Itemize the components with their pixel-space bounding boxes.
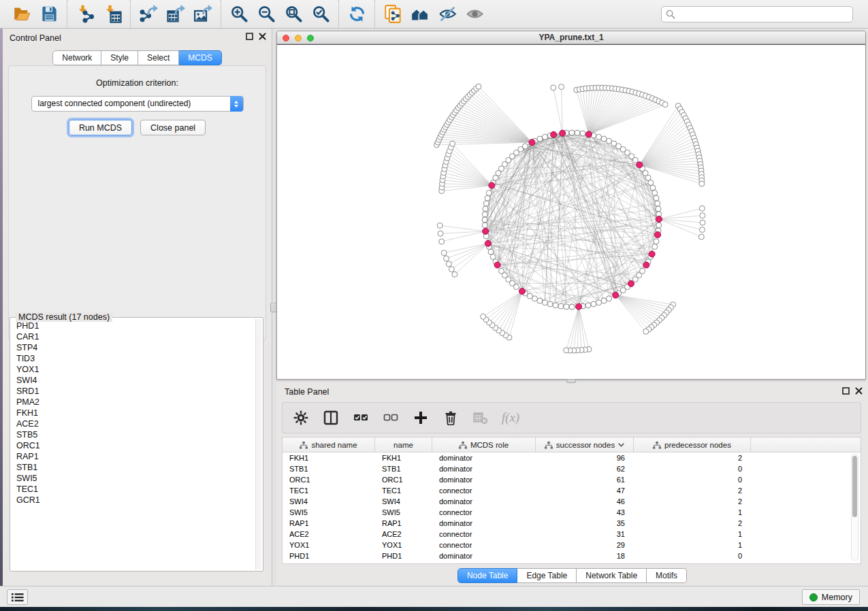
mcds-hub-node-selected[interactable] [485,240,491,246]
cell-shared-name[interactable]: FKH1 [283,454,375,462]
mcds-hub-node-selected[interactable] [649,251,655,257]
cell-predecessor-nodes[interactable]: 0 [634,476,751,484]
cell-predecessor-nodes[interactable]: 1 [634,508,751,516]
mcds-result-item[interactable]: PMA2 [12,397,255,408]
cell-successor-nodes[interactable]: 96 [536,454,634,462]
column-header-name[interactable]: name [375,437,432,452]
satellite-node[interactable] [698,234,704,240]
mcds-hub-node-selected[interactable] [519,288,525,295]
cell-shared-name[interactable]: TEC1 [283,486,375,495]
network-node[interactable] [654,239,659,244]
new-network-from-selection-button[interactable] [379,3,406,26]
table-row[interactable]: YOX1YOX1connector291 [283,540,861,550]
cell-shared-name[interactable]: ACE2 [283,530,375,538]
cell-MCDS-role[interactable]: connector [432,508,536,516]
table-scrollbar[interactable] [851,454,858,561]
memory-button[interactable]: Memory [802,589,860,605]
open-session-button[interactable] [8,3,35,26]
network-node[interactable] [564,304,569,310]
network-node[interactable] [596,300,602,306]
mcds-hub-node-selected[interactable] [529,139,535,146]
network-node[interactable] [591,301,596,307]
cell-MCDS-role[interactable]: dominator [432,497,536,506]
cell-MCDS-role[interactable]: dominator [432,476,536,484]
network-node[interactable] [482,222,487,228]
satellite-node[interactable] [444,256,449,261]
deselect-all-rows-button[interactable] [382,409,400,427]
cell-name[interactable]: ACE2 [375,530,432,538]
table-row[interactable]: RAP1RAP1dominator352 [283,518,861,529]
mcds-hub-node-selected[interactable] [585,131,592,137]
cell-successor-nodes[interactable]: 31 [536,530,634,538]
table-row[interactable]: SWI4SWI4dominator462 [283,496,861,507]
mcds-result-list[interactable]: PHD1CAR1STP4TID3YOX1SWI4SRD1PMA2FKH1ACE2… [12,320,255,569]
cell-predecessor-nodes[interactable]: 2 [634,486,751,495]
tab-network[interactable]: Network [52,50,101,65]
mcds-result-item[interactable]: SWI5 [12,473,255,484]
column-header-predecessor-nodes[interactable]: predecessor nodes [634,437,751,452]
mcds-result-item[interactable]: YOX1 [12,364,255,375]
network-node[interactable] [656,222,662,228]
window-close-traffic-light[interactable] [283,35,289,42]
cell-name[interactable]: PHD1 [375,552,432,560]
satellite-node[interactable] [439,239,445,244]
import-table-button[interactable] [99,3,126,26]
network-node[interactable] [601,298,607,303]
cell-MCDS-role[interactable]: connector [432,530,536,538]
tab-edge-table[interactable]: Edge Table [517,568,577,583]
cell-shared-name[interactable]: STB1 [283,465,375,473]
cell-successor-nodes[interactable]: 35 [536,519,634,527]
satellite-node[interactable] [699,181,705,186]
network-node[interactable] [601,136,607,142]
network-node[interactable] [483,206,488,212]
cell-successor-nodes[interactable]: 43 [536,508,634,516]
select-all-rows-button[interactable] [352,409,370,427]
window-maximize-traffic-light[interactable] [307,35,314,42]
float-panel-icon[interactable] [246,33,253,40]
mcds-hub-node-selected[interactable] [628,280,634,286]
satellite-node[interactable] [446,261,451,267]
cell-predecessor-nodes[interactable]: 1 [634,541,751,549]
cell-successor-nodes[interactable]: 18 [536,552,634,560]
satellite-node[interactable] [559,84,564,90]
mcds-hub-node-selected[interactable] [551,131,557,137]
cell-predecessor-nodes[interactable]: 0 [634,552,751,560]
zoom-selected-button[interactable] [307,3,334,26]
mcds-hub-node-selected[interactable] [489,182,495,188]
mcds-result-item[interactable]: TID3 [12,353,255,364]
column-header-shared-name[interactable]: shared name [283,437,375,452]
tab-style[interactable]: Style [101,50,138,65]
mcds-hub-node-selected[interactable] [637,162,643,168]
cell-MCDS-role[interactable]: connector [432,541,536,549]
export-network-button[interactable] [135,3,162,26]
network-node[interactable] [656,206,661,212]
cell-shared-name[interactable]: RAP1 [283,519,375,527]
network-node[interactable] [632,157,638,163]
network-node[interactable] [650,185,656,191]
save-session-button[interactable] [35,3,63,26]
network-node[interactable] [483,201,489,206]
tab-network-table[interactable]: Network Table [577,568,647,583]
mcds-result-item[interactable]: FKH1 [12,408,255,418]
cell-successor-nodes[interactable]: 61 [536,476,634,484]
cell-shared-name[interactable]: PHD1 [283,552,375,560]
mcds-result-item[interactable]: SWI4 [12,375,255,386]
network-node[interactable] [648,180,654,186]
cell-shared-name[interactable]: YOX1 [283,541,375,549]
close-panel-button[interactable]: Close panel [140,120,206,135]
mcds-hub-node-selected[interactable] [656,216,662,222]
cell-name[interactable]: STB1 [375,465,432,473]
zoom-out-button[interactable] [253,3,280,26]
add-column-button[interactable] [412,409,430,427]
cell-predecessor-nodes[interactable]: 1 [634,530,751,538]
cell-MCDS-role[interactable]: connector [432,486,536,495]
run-mcds-button[interactable]: Run MCDS [69,120,132,135]
mcds-hub-node-selected[interactable] [483,228,489,234]
cell-name[interactable]: YOX1 [375,541,432,549]
close-panel-icon[interactable] [259,33,266,40]
network-node[interactable] [655,201,660,206]
tab-mcds[interactable]: MCDS [179,50,221,65]
satellite-node[interactable] [700,220,705,225]
show-columns-button[interactable] [322,409,340,427]
mcds-hub-node-selected[interactable] [560,130,566,136]
